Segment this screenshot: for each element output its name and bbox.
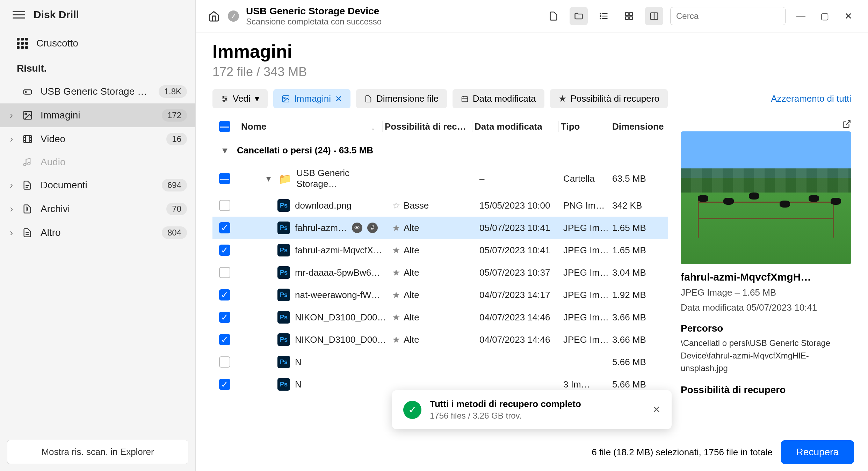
chevron-right-icon: ›: [10, 180, 17, 191]
col-date[interactable]: Data modificata: [475, 121, 558, 132]
recovery-label: Alte: [404, 223, 419, 233]
svg-point-36: [223, 96, 224, 97]
table-row[interactable]: Psdownload.png ☆Basse15/05/2023 10:00PNG…: [212, 194, 668, 217]
sidebar-item-video[interactable]: ›Video16: [0, 127, 195, 151]
split-view-icon[interactable]: [645, 7, 663, 25]
view-filter[interactable]: Vedi ▾: [212, 89, 268, 108]
ps-file-icon: Ps: [277, 311, 290, 324]
row-checkbox[interactable]: [219, 356, 230, 368]
bottom-bar: 6 file (18.2 MB) selezionati, 1756 file …: [196, 433, 868, 471]
file-name: mr-daaaa-5pwBw6…: [295, 267, 380, 278]
filter-recovery-chance[interactable]: ★ Possibilità di recupero: [550, 89, 668, 108]
chevron-down-icon[interactable]: ▾: [263, 173, 274, 184]
svg-rect-26: [630, 13, 632, 15]
table-row[interactable]: ✓Psnat-weerawong-fW… ★Alte04/07/2023 14:…: [212, 284, 668, 306]
toast-close-button[interactable]: ✕: [652, 404, 660, 415]
sidebar-section-label: Risult.: [0, 57, 195, 80]
table-row[interactable]: ✓PsNIKON_D3100_D00… ★Alte04/07/2023 14:4…: [212, 328, 668, 351]
close-icon[interactable]: ✕: [335, 94, 342, 104]
sidebar-item-image[interactable]: ›Immagini172: [0, 103, 195, 127]
close-button[interactable]: ✕: [840, 8, 857, 24]
file-name: N: [295, 379, 302, 390]
star-icon: ★: [558, 93, 566, 104]
row-checkbox[interactable]: ✓: [219, 222, 230, 233]
file-size: 342 KB: [612, 200, 668, 211]
file-date: 05/07/2023 10:41: [479, 223, 563, 233]
external-link-icon[interactable]: [842, 119, 851, 129]
search-box[interactable]: [670, 7, 786, 25]
chevron-down-icon[interactable]: ▾: [212, 145, 237, 156]
col-recovery[interactable]: Possibilità di rec…: [385, 121, 472, 132]
file-type: JPEG Im…: [563, 267, 612, 278]
row-checkbox[interactable]: ✓: [219, 245, 230, 256]
file-date: 04/07/2023 14:46: [479, 334, 563, 345]
folder-icon: 📁: [279, 173, 291, 185]
sidebar-item-label: Altro: [41, 227, 156, 238]
audio-icon: [22, 157, 35, 167]
file-size: 3.04 MB: [612, 267, 668, 278]
table-row[interactable]: ✓Psfahrul-azmi-MqvcfX… ★Alte05/07/2023 1…: [212, 239, 668, 261]
row-checkbox[interactable]: ✓: [219, 334, 230, 345]
row-checkbox[interactable]: [219, 200, 230, 211]
page-title: Immagini: [212, 41, 851, 62]
sidebar-item-doc[interactable]: ›Documenti694: [0, 173, 195, 197]
other-icon: [22, 228, 35, 238]
file-type: JPEG Im…: [563, 334, 612, 345]
filter-images[interactable]: Immagini ✕: [273, 89, 350, 108]
section-header[interactable]: ▾ Cancellati o persi (24) - 63.5 MB: [212, 138, 668, 163]
sidebar-dashboard[interactable]: Cruscotto: [0, 29, 195, 57]
reset-filters-link[interactable]: Azzeramento di tutti: [771, 93, 851, 104]
hamburger-menu[interactable]: [13, 8, 25, 21]
folder-row[interactable]: — ▾ 📁 USB Generic Storage… – Cartella 63…: [212, 163, 668, 194]
filter-size[interactable]: Dimensione file: [356, 89, 447, 108]
grid-view-icon[interactable]: [620, 7, 638, 25]
home-icon[interactable]: [207, 9, 221, 23]
row-checkbox[interactable]: ✓: [219, 312, 230, 323]
show-in-explorer-button[interactable]: Mostra ris. scan. in Explorer: [7, 440, 188, 464]
col-name[interactable]: Nome: [241, 121, 266, 132]
table-row[interactable]: Psmr-daaaa-5pwBw6… ★Alte05/07/2023 10:37…: [212, 261, 668, 284]
file-name: fahrul-azmi-MqvcfX…: [295, 245, 382, 256]
filter-date[interactable]: Data modificata: [453, 89, 544, 108]
row-checkbox[interactable]: ✓: [219, 379, 230, 390]
preview-date: Data modificata 05/07/2023 10:41: [681, 302, 851, 313]
file-size: 1.92 MB: [612, 290, 668, 300]
star-icon: ☆: [392, 200, 400, 211]
row-checkbox[interactable]: —: [219, 173, 230, 184]
ps-file-icon: Ps: [277, 356, 290, 368]
maximize-button[interactable]: ▢: [816, 8, 833, 24]
preview-image: [681, 131, 851, 264]
file-name: N: [295, 357, 302, 368]
col-type[interactable]: Tipo: [561, 121, 610, 132]
star-icon: ★: [392, 245, 400, 255]
sidebar-item-drive[interactable]: USB Generic Storage De…1.8K: [0, 80, 195, 103]
sidebar-item-archive[interactable]: ›Archivi70: [0, 197, 195, 221]
col-size[interactable]: Dimensione: [612, 121, 668, 132]
table-row[interactable]: PsN 5.66 MB: [212, 351, 668, 373]
svg-point-1: [26, 92, 27, 93]
list-view-icon[interactable]: [595, 7, 613, 25]
grid-icon: [17, 38, 28, 49]
sort-arrow-icon[interactable]: ↓: [371, 121, 375, 132]
select-all-checkbox[interactable]: —: [219, 121, 230, 132]
file-view-icon[interactable]: [544, 7, 563, 25]
file-date: 15/05/2023 10:00: [479, 200, 563, 211]
table-row[interactable]: ✓PsNIKON_D3100_D00… ★Alte04/07/2023 14:4…: [212, 306, 668, 328]
recover-button[interactable]: Recupera: [781, 440, 854, 464]
drive-icon: [22, 86, 35, 97]
folder-view-icon[interactable]: [570, 7, 588, 25]
ps-file-icon: Ps: [277, 266, 290, 279]
row-checkbox[interactable]: [219, 267, 230, 278]
file-table: — Nome↓ Possibilità di rec… Data modific…: [212, 115, 668, 433]
file-type: PNG Im…: [563, 200, 612, 211]
minimize-button[interactable]: —: [793, 8, 809, 24]
file-type: JPEG Im…: [563, 245, 612, 256]
sidebar-item-audio[interactable]: Audio: [0, 151, 195, 173]
svg-point-23: [600, 16, 601, 16]
table-row[interactable]: ✓Psfahrul-azm… 👁 #★Alte05/07/2023 10:41J…: [212, 217, 668, 239]
svg-rect-0: [24, 90, 32, 94]
search-input[interactable]: [676, 11, 781, 21]
svg-point-37: [225, 98, 227, 100]
row-checkbox[interactable]: ✓: [219, 289, 230, 300]
sidebar-item-other[interactable]: ›Altro804: [0, 221, 195, 245]
